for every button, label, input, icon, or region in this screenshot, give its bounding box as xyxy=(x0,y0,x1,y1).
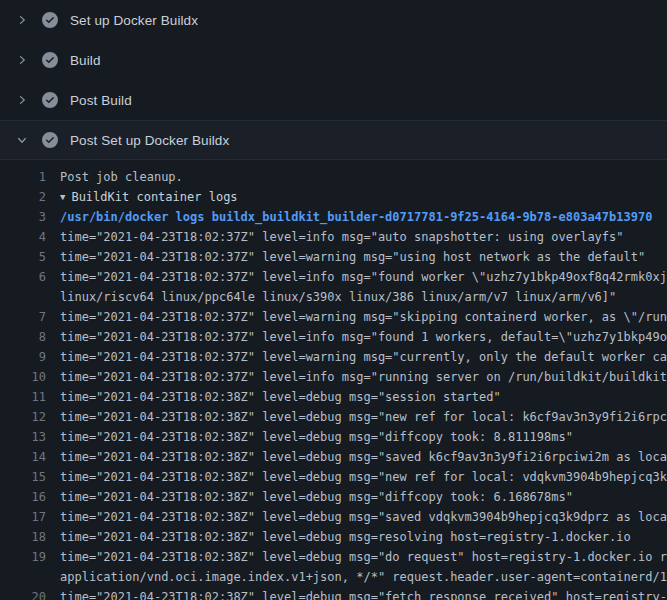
log-line-text: time="2021-04-23T18:02:37Z" level=warnin… xyxy=(60,307,667,327)
log-line-text: time="2021-04-23T18:02:37Z" level=info m… xyxy=(60,327,667,347)
chevron-right-icon[interactable] xyxy=(14,12,30,28)
check-circle-icon xyxy=(42,52,58,68)
log-line-number[interactable] xyxy=(0,567,46,587)
log-line-number[interactable]: 6 xyxy=(0,267,46,287)
chevron-right-icon[interactable] xyxy=(14,52,30,68)
step-section-label: Build xyxy=(70,53,101,68)
log-line-number[interactable]: 12 xyxy=(0,407,46,427)
log-line-text: time="2021-04-23T18:02:38Z" level=debug … xyxy=(60,407,667,427)
step-section-label: Post Set up Docker Buildx xyxy=(70,133,229,148)
log-line-text: time="2021-04-23T18:02:37Z" level=warnin… xyxy=(60,347,667,367)
log-line-text: time="2021-04-23T18:02:38Z" level=debug … xyxy=(60,487,573,507)
log-line-text: BuildKit container logs xyxy=(71,187,237,207)
log-line-number[interactable]: 8 xyxy=(0,327,46,347)
log-line-number[interactable]: 11 xyxy=(0,387,46,407)
log-line: 8 time="2021-04-23T18:02:37Z" level=info… xyxy=(0,327,667,347)
log-line-number[interactable]: 7 xyxy=(0,307,46,327)
log-line-number[interactable]: 13 xyxy=(0,427,46,447)
log-line-number[interactable]: 10 xyxy=(0,367,46,387)
log-line: 18 time="2021-04-23T18:02:38Z" level=deb… xyxy=(0,527,667,547)
step-section-post-setup-docker-buildx[interactable]: Post Set up Docker Buildx xyxy=(0,120,667,160)
log-line-number[interactable]: 20 xyxy=(0,587,46,600)
log-line-text: time="2021-04-23T18:02:37Z" level=info m… xyxy=(60,367,667,387)
log-line: 4 time="2021-04-23T18:02:37Z" level=info… xyxy=(0,227,667,247)
log-line-number[interactable]: 19 xyxy=(0,547,46,567)
log-line: 16 time="2021-04-23T18:02:38Z" level=deb… xyxy=(0,487,667,507)
log-line-text: time="2021-04-23T18:02:38Z" level=debug … xyxy=(60,447,667,467)
log-line-number[interactable]: 9 xyxy=(0,347,46,367)
log-line-text: time="2021-04-23T18:02:38Z" level=debug … xyxy=(60,467,667,487)
log-line: 1 Post job cleanup. xyxy=(0,167,667,187)
log-line: 10 time="2021-04-23T18:02:37Z" level=inf… xyxy=(0,367,667,387)
log-line: 5 time="2021-04-23T18:02:37Z" level=warn… xyxy=(0,247,667,267)
log-line: 20 time="2021-04-23T18:02:38Z" level=deb… xyxy=(0,587,667,600)
log-line-number[interactable]: 1 xyxy=(0,167,46,187)
log-line: 15 time="2021-04-23T18:02:38Z" level=deb… xyxy=(0,467,667,487)
step-section-setup-docker-buildx[interactable]: Set up Docker Buildx xyxy=(0,0,667,40)
log-line-number[interactable]: 3 xyxy=(0,207,46,227)
log-line-text: /usr/bin/docker logs buildx_buildkit_bui… xyxy=(60,207,652,227)
log-line-number[interactable] xyxy=(0,287,46,307)
log-line-number[interactable]: 17 xyxy=(0,507,46,527)
log-line-text: time="2021-04-23T18:02:38Z" level=debug … xyxy=(60,387,501,407)
log-line-text: time="2021-04-23T18:02:37Z" level=warnin… xyxy=(60,247,645,267)
log-line: 7 time="2021-04-23T18:02:37Z" level=warn… xyxy=(0,307,667,327)
log-line-text: time="2021-04-23T18:02:38Z" level=debug … xyxy=(60,547,667,567)
log-line-number[interactable]: 18 xyxy=(0,527,46,547)
log-line: 6 time="2021-04-23T18:02:37Z" level=info… xyxy=(0,267,667,287)
log-line-text: Post job cleanup. xyxy=(60,167,183,187)
log-line: 14 time="2021-04-23T18:02:38Z" level=deb… xyxy=(0,447,667,467)
step-section-post-build[interactable]: Post Build xyxy=(0,80,667,120)
log-line-text: time="2021-04-23T18:02:38Z" level=debug … xyxy=(60,507,667,527)
log-line-number[interactable]: 2 xyxy=(0,187,46,207)
chevron-down-icon[interactable] xyxy=(14,132,30,148)
log-line: 3 /usr/bin/docker logs buildx_buildkit_b… xyxy=(0,207,667,227)
log-line: 19 time="2021-04-23T18:02:38Z" level=deb… xyxy=(0,547,667,567)
step-section-label: Set up Docker Buildx xyxy=(70,13,198,28)
log-line-text: time="2021-04-23T18:02:37Z" level=info m… xyxy=(60,227,624,247)
log-line-text: time="2021-04-23T18:02:38Z" level=debug … xyxy=(60,587,667,600)
step-section-label: Post Build xyxy=(70,93,132,108)
log-line: 13 time="2021-04-23T18:02:38Z" level=deb… xyxy=(0,427,667,447)
log-lines: 1 Post job cleanup. 2 ▼ BuildKit contain… xyxy=(0,160,667,600)
step-section-build[interactable]: Build xyxy=(0,40,667,80)
check-circle-icon xyxy=(42,132,58,148)
log-line: application/vnd.oci.image.index.v1+json,… xyxy=(0,567,667,587)
log-line: 9 time="2021-04-23T18:02:37Z" level=warn… xyxy=(0,347,667,367)
check-circle-icon xyxy=(42,92,58,108)
log-line: 2 ▼ BuildKit container logs xyxy=(0,187,667,207)
log-line-text: time="2021-04-23T18:02:38Z" level=debug … xyxy=(60,527,631,547)
log-line-text: application/vnd.oci.image.index.v1+json,… xyxy=(60,567,667,587)
log-group-chevron-icon[interactable]: ▼ xyxy=(60,187,65,207)
log-line-text: linux/riscv64 linux/ppc64le linux/s390x … xyxy=(60,287,616,307)
log-line: 17 time="2021-04-23T18:02:38Z" level=deb… xyxy=(0,507,667,527)
chevron-right-icon[interactable] xyxy=(14,92,30,108)
log-line: 11 time="2021-04-23T18:02:38Z" level=deb… xyxy=(0,387,667,407)
log-line-number[interactable]: 15 xyxy=(0,467,46,487)
log-line-text: time="2021-04-23T18:02:38Z" level=debug … xyxy=(60,427,573,447)
check-circle-icon xyxy=(42,12,58,28)
log-line-number[interactable]: 16 xyxy=(0,487,46,507)
log-line: 12 time="2021-04-23T18:02:38Z" level=deb… xyxy=(0,407,667,427)
log-line-number[interactable]: 4 xyxy=(0,227,46,247)
log-line: linux/riscv64 linux/ppc64le linux/s390x … xyxy=(0,287,667,307)
log-line-number[interactable]: 5 xyxy=(0,247,46,267)
log-line-text: time="2021-04-23T18:02:37Z" level=info m… xyxy=(60,267,667,287)
log-line-number[interactable]: 14 xyxy=(0,447,46,467)
